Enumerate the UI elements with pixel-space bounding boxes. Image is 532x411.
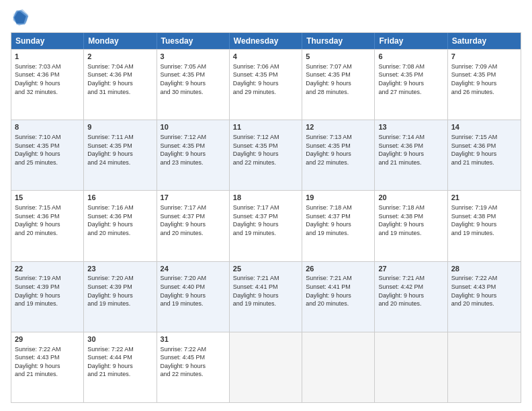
page: SundayMondayTuesdayWednesdayThursdayFrid… xyxy=(0,0,532,411)
day-cell-5: 5Sunrise: 7:07 AMSunset: 4:35 PMDaylight… xyxy=(302,50,375,120)
day-info: Sunrise: 7:07 AMSunset: 4:35 PMDaylight:… xyxy=(306,62,371,96)
day-info: Sunrise: 7:17 AMSunset: 4:37 PMDaylight:… xyxy=(233,203,298,237)
day-info: Sunrise: 7:12 AMSunset: 4:35 PMDaylight:… xyxy=(161,133,226,167)
day-number: 24 xyxy=(161,264,226,274)
day-cell-27: 27Sunrise: 7:21 AMSunset: 4:42 PMDayligh… xyxy=(375,262,447,332)
day-number: 16 xyxy=(87,193,152,203)
day-cell-11: 11Sunrise: 7:12 AMSunset: 4:35 PMDayligh… xyxy=(230,120,302,190)
day-info: Sunrise: 7:21 AMSunset: 4:41 PMDaylight:… xyxy=(306,274,371,308)
day-info: Sunrise: 7:10 AMSunset: 4:35 PMDaylight:… xyxy=(15,133,80,167)
day-cell-9: 9Sunrise: 7:11 AMSunset: 4:35 PMDaylight… xyxy=(84,120,157,190)
day-info: Sunrise: 7:19 AMSunset: 4:39 PMDaylight:… xyxy=(15,274,80,308)
day-cell-19: 19Sunrise: 7:18 AMSunset: 4:37 PMDayligh… xyxy=(302,191,375,261)
day-number: 27 xyxy=(378,264,443,274)
day-cell-2: 2Sunrise: 7:04 AMSunset: 4:36 PMDaylight… xyxy=(84,50,157,120)
day-cell-6: 6Sunrise: 7:08 AMSunset: 4:35 PMDaylight… xyxy=(375,50,447,120)
calendar-body: 1Sunrise: 7:03 AMSunset: 4:36 PMDaylight… xyxy=(11,49,521,402)
day-cell-4: 4Sunrise: 7:06 AMSunset: 4:35 PMDaylight… xyxy=(230,50,302,120)
day-number: 31 xyxy=(161,334,226,345)
day-number: 10 xyxy=(161,122,226,132)
day-info: Sunrise: 7:22 AMSunset: 4:43 PMDaylight:… xyxy=(451,274,517,308)
day-number: 29 xyxy=(15,334,80,345)
day-info: Sunrise: 7:11 AMSunset: 4:35 PMDaylight:… xyxy=(87,133,152,167)
header-day-tuesday: Tuesday xyxy=(157,33,230,49)
day-info: Sunrise: 7:04 AMSunset: 4:36 PMDaylight:… xyxy=(87,62,152,96)
logo xyxy=(11,8,32,27)
day-cell-12: 12Sunrise: 7:13 AMSunset: 4:35 PMDayligh… xyxy=(302,120,375,190)
day-cell-26: 26Sunrise: 7:21 AMSunset: 4:41 PMDayligh… xyxy=(302,262,375,332)
day-number: 28 xyxy=(451,264,517,274)
header-day-saturday: Saturday xyxy=(448,33,521,49)
day-number: 25 xyxy=(233,264,298,274)
calendar: SundayMondayTuesdayWednesdayThursdayFrid… xyxy=(11,32,521,403)
day-info: Sunrise: 7:21 AMSunset: 4:42 PMDaylight:… xyxy=(378,274,443,308)
calendar-row-2: 8Sunrise: 7:10 AMSunset: 4:35 PMDaylight… xyxy=(11,120,521,190)
logo-icon xyxy=(11,8,30,27)
day-number: 13 xyxy=(378,122,443,132)
day-number: 6 xyxy=(378,52,443,62)
day-info: Sunrise: 7:13 AMSunset: 4:35 PMDaylight:… xyxy=(306,133,371,167)
day-number: 30 xyxy=(87,334,152,345)
day-number: 26 xyxy=(306,264,371,274)
day-cell-1: 1Sunrise: 7:03 AMSunset: 4:36 PMDaylight… xyxy=(11,50,84,120)
day-number: 7 xyxy=(451,52,517,62)
day-cell-20: 20Sunrise: 7:18 AMSunset: 4:38 PMDayligh… xyxy=(375,191,447,261)
day-info: Sunrise: 7:08 AMSunset: 4:35 PMDaylight:… xyxy=(378,62,443,96)
day-number: 20 xyxy=(378,193,443,203)
day-cell-13: 13Sunrise: 7:14 AMSunset: 4:36 PMDayligh… xyxy=(375,120,447,190)
day-number: 1 xyxy=(15,52,80,62)
day-cell-30: 30Sunrise: 7:22 AMSunset: 4:44 PMDayligh… xyxy=(84,332,157,402)
day-cell-7: 7Sunrise: 7:09 AMSunset: 4:35 PMDaylight… xyxy=(448,50,521,120)
day-cell-18: 18Sunrise: 7:17 AMSunset: 4:37 PMDayligh… xyxy=(230,191,302,261)
day-info: Sunrise: 7:05 AMSunset: 4:35 PMDaylight:… xyxy=(161,62,226,96)
calendar-row-1: 1Sunrise: 7:03 AMSunset: 4:36 PMDaylight… xyxy=(11,49,521,120)
header-day-sunday: Sunday xyxy=(11,33,84,49)
day-number: 2 xyxy=(87,52,152,62)
day-cell-25: 25Sunrise: 7:21 AMSunset: 4:41 PMDayligh… xyxy=(230,262,302,332)
empty-cell xyxy=(230,332,302,402)
day-cell-10: 10Sunrise: 7:12 AMSunset: 4:35 PMDayligh… xyxy=(157,120,230,190)
day-info: Sunrise: 7:14 AMSunset: 4:36 PMDaylight:… xyxy=(378,133,443,167)
day-number: 4 xyxy=(233,52,298,62)
day-info: Sunrise: 7:18 AMSunset: 4:37 PMDaylight:… xyxy=(306,203,371,237)
day-number: 17 xyxy=(161,193,226,203)
header-day-friday: Friday xyxy=(375,33,447,49)
day-cell-21: 21Sunrise: 7:19 AMSunset: 4:38 PMDayligh… xyxy=(448,191,521,261)
day-info: Sunrise: 7:12 AMSunset: 4:35 PMDaylight:… xyxy=(233,133,298,167)
day-cell-28: 28Sunrise: 7:22 AMSunset: 4:43 PMDayligh… xyxy=(448,262,521,332)
day-cell-15: 15Sunrise: 7:15 AMSunset: 4:36 PMDayligh… xyxy=(11,191,84,261)
day-number: 11 xyxy=(233,122,298,132)
day-cell-3: 3Sunrise: 7:05 AMSunset: 4:35 PMDaylight… xyxy=(157,50,230,120)
day-number: 23 xyxy=(87,264,152,274)
day-number: 22 xyxy=(15,264,80,274)
day-number: 18 xyxy=(233,193,298,203)
empty-cell xyxy=(448,332,521,402)
day-number: 9 xyxy=(87,122,152,132)
day-cell-23: 23Sunrise: 7:20 AMSunset: 4:39 PMDayligh… xyxy=(84,262,157,332)
day-cell-8: 8Sunrise: 7:10 AMSunset: 4:35 PMDaylight… xyxy=(11,120,84,190)
calendar-row-5: 29Sunrise: 7:22 AMSunset: 4:43 PMDayligh… xyxy=(11,332,521,402)
calendar-header: SundayMondayTuesdayWednesdayThursdayFrid… xyxy=(11,33,521,49)
day-number: 12 xyxy=(306,122,371,132)
day-cell-22: 22Sunrise: 7:19 AMSunset: 4:39 PMDayligh… xyxy=(11,262,84,332)
day-info: Sunrise: 7:18 AMSunset: 4:38 PMDaylight:… xyxy=(378,203,443,237)
day-cell-24: 24Sunrise: 7:20 AMSunset: 4:40 PMDayligh… xyxy=(157,262,230,332)
day-info: Sunrise: 7:20 AMSunset: 4:40 PMDaylight:… xyxy=(161,274,226,308)
day-info: Sunrise: 7:17 AMSunset: 4:37 PMDaylight:… xyxy=(161,203,226,237)
header-day-thursday: Thursday xyxy=(302,33,375,49)
day-number: 8 xyxy=(15,122,80,132)
header-day-wednesday: Wednesday xyxy=(230,33,302,49)
day-info: Sunrise: 7:09 AMSunset: 4:35 PMDaylight:… xyxy=(451,62,517,96)
day-number: 19 xyxy=(306,193,371,203)
day-info: Sunrise: 7:06 AMSunset: 4:35 PMDaylight:… xyxy=(233,62,298,96)
day-info: Sunrise: 7:03 AMSunset: 4:36 PMDaylight:… xyxy=(15,62,80,96)
day-number: 5 xyxy=(306,52,371,62)
day-info: Sunrise: 7:15 AMSunset: 4:36 PMDaylight:… xyxy=(15,203,80,237)
day-cell-31: 31Sunrise: 7:22 AMSunset: 4:45 PMDayligh… xyxy=(157,332,230,402)
day-info: Sunrise: 7:19 AMSunset: 4:38 PMDaylight:… xyxy=(451,203,517,237)
header-day-monday: Monday xyxy=(84,33,157,49)
day-cell-17: 17Sunrise: 7:17 AMSunset: 4:37 PMDayligh… xyxy=(157,191,230,261)
day-info: Sunrise: 7:16 AMSunset: 4:36 PMDaylight:… xyxy=(87,203,152,237)
day-number: 15 xyxy=(15,193,80,203)
day-number: 14 xyxy=(451,122,517,132)
